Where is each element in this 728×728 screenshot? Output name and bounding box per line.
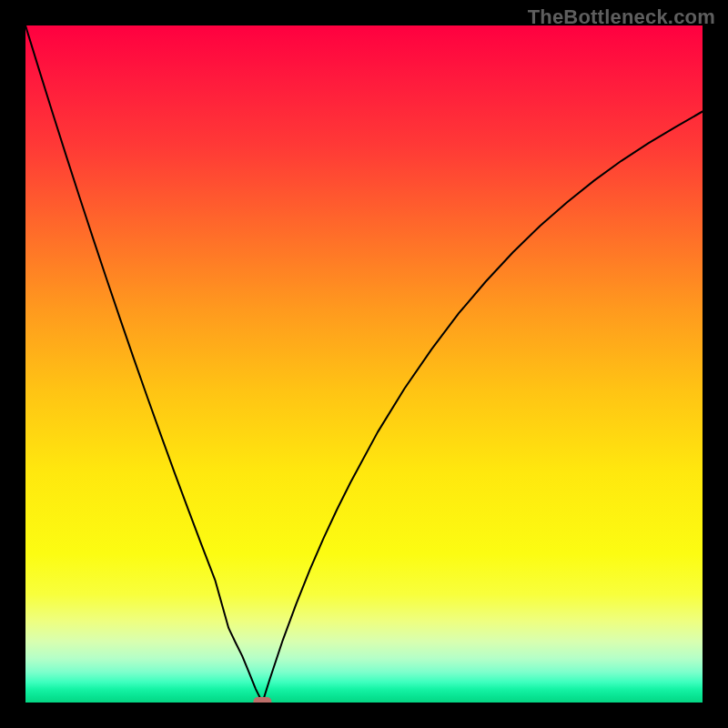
watermark-text: TheBottleneck.com [528,5,715,29]
curve-layer [25,25,703,703]
chart-frame: TheBottleneck.com [0,0,728,728]
bottleneck-curve [25,25,703,703]
optimum-marker [253,697,271,703]
plot-area [25,25,703,703]
